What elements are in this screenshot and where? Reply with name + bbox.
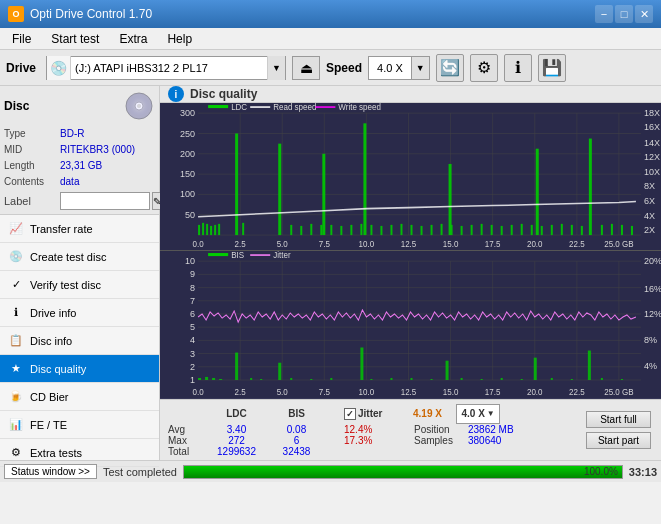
svg-rect-48: [198, 225, 200, 235]
svg-rect-57: [290, 225, 292, 235]
svg-rect-151: [212, 378, 215, 380]
svg-rect-66: [363, 123, 366, 235]
svg-rect-167: [431, 379, 433, 380]
refresh-button[interactable]: 🔄: [436, 54, 464, 82]
ldc-total: 1299632: [204, 446, 269, 457]
chart-bottom: 10 9 8 7 6 5 4 3 2 1 20% 16%: [160, 251, 661, 398]
close-button[interactable]: ✕: [635, 5, 653, 23]
svg-text:16%: 16%: [644, 284, 661, 294]
sidebar-item-verify-test-disc[interactable]: ✓ Verify test disc: [0, 271, 159, 299]
svg-text:6: 6: [190, 309, 195, 319]
svg-text:10: 10: [185, 256, 195, 266]
svg-text:10.0: 10.0: [359, 388, 375, 397]
svg-text:7.5: 7.5: [319, 240, 331, 249]
svg-text:22.5: 22.5: [569, 388, 585, 397]
jitter-column-header: Jitter: [358, 408, 382, 419]
menu-file[interactable]: File: [4, 30, 39, 48]
svg-rect-172: [551, 378, 553, 380]
app-title: Opti Drive Control 1.70: [30, 7, 152, 21]
mid-label: MID: [4, 142, 60, 158]
sidebar-item-drive-info[interactable]: ℹ Drive info: [0, 299, 159, 327]
svg-text:25.0 GB: 25.0 GB: [604, 240, 633, 249]
svg-rect-173: [571, 379, 573, 380]
sidebar-item-disc-info[interactable]: 📋 Disc info: [0, 327, 159, 355]
avg-label: Avg: [168, 424, 204, 435]
svg-text:12.5: 12.5: [401, 240, 417, 249]
speed-value: 4.0 X: [368, 56, 412, 80]
disc-icon: [123, 90, 155, 122]
speed-dropdown-arrow[interactable]: ▼: [412, 56, 430, 80]
settings-button[interactable]: ⚙: [470, 54, 498, 82]
svg-rect-71: [411, 225, 413, 235]
svg-rect-160: [260, 379, 262, 380]
disc-quality-icon: ★: [8, 361, 24, 377]
svg-text:20.0: 20.0: [527, 388, 543, 397]
info-button[interactable]: ℹ: [504, 54, 532, 82]
svg-rect-158: [588, 351, 591, 380]
quality-icon: i: [168, 86, 184, 102]
svg-rect-175: [621, 379, 623, 380]
bis-max: 6: [269, 435, 324, 446]
disc-panel: Disc: [0, 86, 159, 215]
save-button[interactable]: 💾: [538, 54, 566, 82]
svg-text:5.0: 5.0: [277, 240, 289, 249]
sidebar-item-transfer-rate[interactable]: 📈 Transfer rate: [0, 215, 159, 243]
svg-rect-50: [206, 224, 208, 235]
svg-rect-161: [290, 378, 292, 380]
svg-rect-85: [541, 226, 543, 235]
length-label: Length: [4, 158, 60, 174]
svg-rect-78: [449, 164, 452, 235]
speed-select-arrow[interactable]: ▼: [487, 409, 495, 418]
sidebar-item-cd-bier[interactable]: 🍺 CD Bier: [0, 383, 159, 411]
svg-text:50: 50: [185, 210, 195, 220]
svg-text:25.0 GB: 25.0 GB: [604, 388, 633, 397]
svg-text:4X: 4X: [644, 211, 655, 221]
maximize-button[interactable]: □: [615, 5, 633, 23]
svg-text:250: 250: [180, 128, 195, 138]
svg-rect-63: [340, 226, 342, 235]
svg-text:0.0: 0.0: [193, 388, 205, 397]
svg-text:3: 3: [190, 349, 195, 359]
start-part-button[interactable]: Start part: [586, 432, 651, 449]
drive-icon: 💿: [47, 56, 71, 80]
svg-rect-157: [534, 358, 537, 380]
svg-rect-93: [611, 224, 613, 235]
sidebar-item-create-test-disc[interactable]: 💿 Create test disc: [0, 243, 159, 271]
jitter-checkbox[interactable]: ✓: [344, 408, 356, 420]
svg-text:12%: 12%: [644, 309, 661, 319]
menu-help[interactable]: Help: [159, 30, 200, 48]
svg-rect-170: [501, 378, 503, 380]
svg-text:0.0: 0.0: [193, 240, 205, 249]
label-input[interactable]: [60, 192, 150, 210]
sidebar-item-extra-tests[interactable]: ⚙ Extra tests: [0, 439, 159, 467]
jitter-avg: 12.4%: [344, 424, 394, 435]
sidebar-item-disc-quality[interactable]: ★ Disc quality: [0, 355, 159, 383]
charts-container: 300 250 200 150 100 50 18X 16X 14X 12X 1…: [160, 103, 661, 399]
menu-start-test[interactable]: Start test: [43, 30, 107, 48]
status-window-button[interactable]: Status window >>: [4, 464, 97, 479]
svg-rect-87: [551, 225, 553, 235]
svg-rect-150: [205, 377, 208, 380]
svg-rect-159: [250, 378, 252, 380]
contents-label: Contents: [4, 174, 60, 190]
sidebar-item-fe-te[interactable]: 📊 FE / TE: [0, 411, 159, 439]
svg-rect-61: [322, 154, 325, 235]
svg-rect-165: [390, 378, 392, 380]
svg-rect-59: [310, 224, 312, 235]
drive-dropdown-arrow[interactable]: ▼: [267, 56, 285, 80]
svg-text:5: 5: [190, 322, 195, 332]
minimize-button[interactable]: −: [595, 5, 613, 23]
drive-selector[interactable]: 💿 (J:) ATAPI iHBS312 2 PL17 ▼: [46, 56, 286, 80]
start-full-button[interactable]: Start full: [586, 411, 651, 428]
disc-quality-label: Disc quality: [30, 363, 86, 375]
svg-rect-176: [208, 253, 228, 256]
svg-text:1: 1: [190, 375, 195, 385]
svg-rect-52: [214, 225, 216, 235]
svg-text:LDC: LDC: [231, 103, 247, 112]
svg-rect-58: [300, 226, 302, 235]
menu-extra[interactable]: Extra: [111, 30, 155, 48]
svg-text:14X: 14X: [644, 138, 660, 148]
svg-rect-69: [390, 225, 392, 235]
svg-rect-166: [411, 378, 413, 380]
eject-button[interactable]: ⏏: [292, 56, 320, 80]
